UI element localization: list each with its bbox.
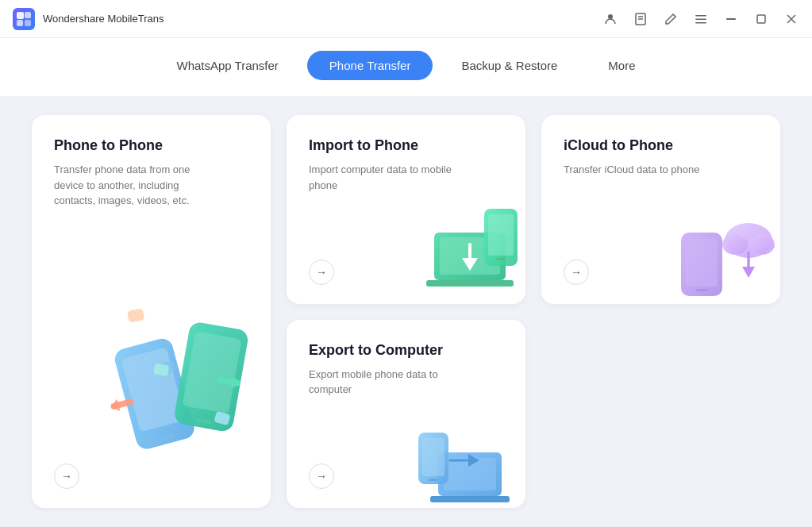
tab-whatsapp[interactable]: WhatsApp Transfer: [154, 51, 300, 80]
svg-rect-0: [17, 12, 24, 19]
icloud-illustration: [677, 209, 772, 296]
card-import-to-phone[interactable]: Import to Phone Import computer data to …: [287, 115, 525, 304]
card-icloud-desc: Transfer iCloud data to phone: [564, 162, 706, 178]
card-icloud-arrow[interactable]: →: [564, 260, 589, 285]
card-phone-to-phone-title: Phone to Phone: [54, 137, 248, 154]
tab-phone[interactable]: Phone Transfer: [307, 51, 433, 80]
titlebar-left: Wondershare MobileTrans: [13, 8, 164, 30]
svg-rect-38: [686, 239, 718, 287]
card-phone-to-phone-arrow[interactable]: →: [54, 464, 79, 489]
svg-rect-31: [426, 280, 514, 287]
card-import-title: Import to Phone: [309, 137, 503, 154]
svg-rect-2: [17, 20, 23, 26]
export-illustration: [414, 413, 518, 500]
svg-rect-8: [695, 15, 706, 17]
svg-rect-35: [488, 214, 514, 256]
card-export-desc: Export mobile phone data to computer: [309, 367, 452, 398]
minimize-button[interactable]: [723, 11, 739, 27]
phone-to-phone-illustration: [96, 302, 255, 460]
svg-rect-1: [25, 12, 31, 18]
card-export-arrow[interactable]: →: [309, 464, 334, 489]
tab-backup[interactable]: Backup & Restore: [439, 51, 579, 80]
account-button[interactable]: [602, 11, 618, 27]
svg-rect-11: [726, 18, 736, 20]
edit-button[interactable]: [663, 11, 679, 27]
card-icloud-to-phone[interactable]: iCloud to Phone Transfer iCloud data to …: [541, 115, 780, 304]
svg-rect-36: [496, 258, 506, 260]
menu-button[interactable]: [693, 11, 709, 27]
card-phone-to-phone-desc: Transfer phone data from one device to a…: [54, 162, 197, 209]
nav-tabs: WhatsApp Transfer Phone Transfer Backup …: [0, 38, 812, 96]
main-content: Phone to Phone Transfer phone data from …: [0, 96, 812, 527]
svg-rect-39: [695, 289, 708, 291]
titlebar-controls: [602, 11, 799, 27]
svg-rect-3: [25, 20, 31, 26]
tab-more[interactable]: More: [586, 51, 657, 80]
svg-point-4: [608, 14, 613, 19]
card-import-desc: Import computer data to mobile phone: [309, 162, 452, 193]
import-illustration: [422, 209, 518, 296]
svg-marker-44: [742, 267, 755, 278]
card-phone-to-phone[interactable]: Phone to Phone Transfer phone data from …: [32, 115, 271, 508]
svg-rect-12: [757, 15, 765, 23]
app-title: Wondershare MobileTrans: [43, 13, 164, 25]
svg-rect-10: [695, 22, 706, 24]
card-export-title: Export to Computer: [309, 342, 503, 359]
svg-rect-9: [695, 18, 706, 20]
card-icloud-title: iCloud to Phone: [564, 137, 758, 154]
titlebar: Wondershare MobileTrans: [0, 0, 812, 38]
card-export-to-computer[interactable]: Export to Computer Export mobile phone d…: [287, 320, 525, 509]
svg-point-41: [722, 234, 748, 255]
svg-rect-49: [422, 438, 444, 476]
app-icon: [13, 8, 35, 30]
svg-rect-27: [127, 308, 144, 322]
svg-rect-47: [430, 496, 510, 502]
close-button[interactable]: [783, 11, 799, 27]
svg-rect-50: [429, 479, 438, 481]
card-import-arrow[interactable]: →: [309, 260, 334, 285]
svg-point-42: [749, 234, 775, 255]
bookmark-button[interactable]: [633, 11, 648, 27]
maximize-button[interactable]: [753, 11, 769, 27]
